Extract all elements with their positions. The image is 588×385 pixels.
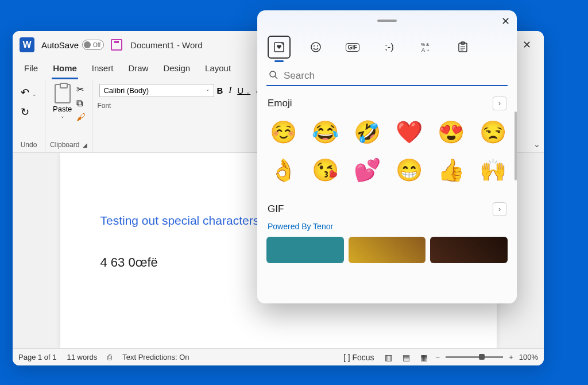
tab-layout[interactable]: Layout — [204, 61, 232, 79]
zoom-out-button[interactable]: − — [436, 353, 440, 361]
font-group-label: Font — [97, 102, 111, 110]
symbols-icon: %&A+ — [420, 41, 432, 53]
gif-thumbnail-2[interactable] — [349, 237, 426, 263]
svg-point-1 — [311, 43, 320, 52]
spellcheck-icon[interactable]: ⎙ — [107, 353, 112, 361]
gif-row — [266, 237, 508, 263]
sticker-heart-icon — [273, 41, 285, 53]
svg-text:+: + — [427, 48, 430, 53]
emoji-panel: ✕ GIF ;-) %&A+ Emoji › ☺️ 😂 🤣 — [257, 10, 517, 303]
status-page[interactable]: Page 1 of 1 — [18, 353, 57, 361]
word-logo: W — [20, 37, 34, 52]
ribbon-group-undo: ↶ ⌄ ↻ Undo — [13, 79, 45, 152]
svg-line-14 — [275, 76, 277, 79]
svg-point-13 — [270, 71, 276, 77]
tab-symbols[interactable]: %&A+ — [415, 36, 438, 59]
redo-button[interactable]: ↻ — [17, 105, 40, 120]
clipboard-group-label: Clipboard — [50, 141, 79, 149]
search-icon — [269, 70, 278, 82]
emoji-heart-eyes[interactable]: 😍 — [438, 120, 465, 145]
window-close-button[interactable]: ✕ — [514, 32, 539, 57]
svg-text:%: % — [421, 42, 425, 47]
format-painter-button[interactable]: 🖌 — [76, 112, 86, 122]
tab-home[interactable]: Home — [52, 61, 78, 79]
gif-icon: GIF — [346, 43, 360, 52]
autosave-label: AutoSave — [41, 40, 79, 50]
zoom-slider[interactable] — [446, 356, 503, 358]
emoji-ok-hand[interactable]: 👌 — [270, 157, 297, 183]
tab-draw[interactable]: Draw — [127, 61, 149, 79]
undo-group-label: Undo — [21, 138, 37, 152]
emoji-search-input[interactable] — [284, 70, 505, 82]
tab-recent[interactable] — [268, 36, 291, 59]
status-predictions[interactable]: Text Predictions: On — [122, 353, 189, 361]
emoji-grin[interactable]: 😁 — [396, 157, 423, 183]
tab-emoji[interactable] — [304, 36, 327, 59]
undo-button[interactable]: ↶ ⌄ — [17, 85, 40, 100]
svg-text:A: A — [421, 47, 425, 53]
read-mode-button[interactable]: ▥ — [382, 352, 394, 363]
emoji-panel-close-button[interactable]: ✕ — [501, 15, 510, 28]
svg-point-2 — [314, 45, 315, 47]
font-name-select[interactable]: Calibri (Body)⌄ — [99, 84, 214, 97]
clipboard-dialog-launcher[interactable]: ◢ — [83, 142, 87, 148]
emoji-panel-tabs: GIF ;-) %&A+ — [257, 31, 517, 67]
underline-button[interactable]: U ⌄ — [237, 86, 250, 95]
drag-handle[interactable] — [377, 20, 397, 22]
paste-button[interactable]: Paste ⌄ — [52, 82, 73, 122]
autosave-toggle[interactable]: Off — [82, 40, 104, 50]
gif-section-header: GIF — [268, 203, 284, 215]
bold-button[interactable]: B — [216, 86, 223, 95]
emoji-smiling-blush[interactable]: ☺️ — [270, 120, 297, 145]
web-layout-button[interactable]: ▦ — [418, 352, 430, 363]
zoom-in-button[interactable]: + — [509, 353, 513, 361]
emoji-search-bar[interactable] — [266, 67, 508, 86]
emoji-panel-body: Emoji › ☺️ 😂 🤣 ❤️ 😍 😒 👌 😘 💕 😁 👍 🙌 GIF › … — [257, 86, 517, 303]
clipboard-icon — [55, 84, 71, 103]
tab-clipboard-history[interactable] — [451, 36, 474, 59]
tab-insert[interactable]: Insert — [91, 61, 115, 79]
document-title: Document1 - Word — [130, 40, 203, 50]
tab-gif[interactable]: GIF — [341, 36, 364, 59]
svg-text:&: & — [426, 42, 430, 47]
save-icon[interactable] — [111, 39, 122, 51]
gif-thumbnail-3[interactable] — [430, 237, 508, 263]
tab-kaomoji[interactable]: ;-) — [378, 36, 401, 59]
emoji-thumbs-up[interactable]: 👍 — [438, 157, 465, 183]
scrollbar[interactable] — [514, 111, 517, 180]
ribbon-group-clipboard: Paste ⌄ ✂ ⧉ 🖌 Clipboard ◢ — [45, 79, 92, 152]
print-layout-button[interactable]: ▤ — [400, 352, 412, 363]
emoji-section-header: Emoji — [268, 98, 292, 109]
smiley-icon — [310, 41, 322, 53]
zoom-level[interactable]: 100% — [519, 353, 538, 361]
emoji-grid: ☺️ 😂 🤣 ❤️ 😍 😒 👌 😘 💕 😁 👍 🙌 — [266, 115, 508, 192]
cut-button[interactable]: ✂ — [76, 84, 86, 95]
tab-file[interactable]: File — [23, 61, 39, 79]
emoji-joy-tears[interactable]: 😂 — [312, 120, 339, 145]
tenor-attribution: Powered By Tenor — [266, 221, 508, 237]
emoji-raised-hands[interactable]: 🙌 — [479, 157, 506, 183]
gif-section-expand[interactable]: › — [493, 202, 506, 216]
emoji-kissing-heart[interactable]: 😘 — [312, 157, 339, 183]
svg-point-3 — [317, 45, 318, 47]
copy-button[interactable]: ⧉ — [76, 98, 86, 109]
status-word-count[interactable]: 11 words — [67, 353, 98, 361]
emoji-red-heart[interactable]: ❤️ — [396, 120, 423, 145]
italic-button[interactable]: I — [229, 86, 231, 95]
ribbon-collapse-button[interactable]: ⌄ — [533, 140, 540, 149]
focus-mode-button[interactable]: [ ] Focus — [341, 352, 377, 363]
status-bar: Page 1 of 1 11 words ⎙ Text Predictions:… — [13, 348, 544, 365]
emoji-rofl[interactable]: 🤣 — [354, 120, 381, 145]
tab-design[interactable]: Design — [162, 61, 191, 79]
emoji-two-hearts[interactable]: 💕 — [354, 157, 381, 183]
clipboard-icon — [458, 41, 468, 53]
emoji-section-expand[interactable]: › — [493, 97, 506, 110]
emoji-unamused[interactable]: 😒 — [479, 120, 506, 145]
gif-thumbnail-1[interactable] — [266, 237, 344, 263]
